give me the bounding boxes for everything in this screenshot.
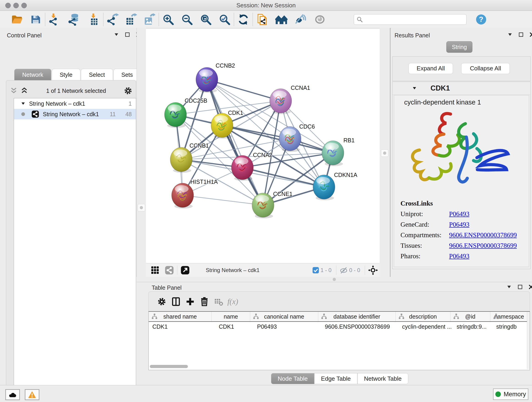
crosslink-tissues-link[interactable]: 9606.ENSP00000378699 xyxy=(449,242,517,249)
crosslink-genecard-link[interactable]: P06493 xyxy=(449,221,469,228)
refresh-view-button[interactable] xyxy=(237,13,250,26)
help-button[interactable] xyxy=(475,13,488,26)
export-image-button[interactable] xyxy=(143,13,156,26)
close-panel-icon[interactable] xyxy=(528,284,532,290)
show-columns-icon[interactable] xyxy=(169,295,183,308)
float-panel-icon[interactable] xyxy=(114,32,119,38)
column-header-shared-name[interactable]: shared name xyxy=(149,312,212,321)
collapse-all-networks-icon[interactable] xyxy=(9,86,18,95)
delete-column-icon[interactable] xyxy=(197,295,211,308)
save-session-button[interactable] xyxy=(29,13,42,26)
column-header-namespace[interactable]: namespace xyxy=(490,312,528,321)
expand-all-button[interactable]: Expand All xyxy=(409,63,453,74)
column-header-name[interactable]: name xyxy=(212,312,250,321)
warning-icon xyxy=(28,390,36,399)
float-panel-icon[interactable] xyxy=(507,32,513,38)
tab-select[interactable]: Select xyxy=(81,69,113,80)
crosslink-uniprot-link[interactable]: P06493 xyxy=(449,210,469,218)
memory-button[interactable]: Memory xyxy=(493,389,528,400)
cloud-status-button[interactable] xyxy=(5,389,20,400)
homology-networks-button[interactable] xyxy=(275,13,288,26)
delete-table-icon[interactable] xyxy=(211,295,226,308)
cell-shared-name[interactable]: CDK1 xyxy=(149,323,211,330)
detach-view-icon[interactable] xyxy=(181,266,190,275)
create-column-icon[interactable] xyxy=(183,295,197,308)
column-header-id[interactable]: @id xyxy=(450,312,490,321)
string-network-icon xyxy=(32,110,39,118)
zoom-selected-button[interactable] xyxy=(218,13,231,26)
network-canvas[interactable]: CCNB2CCNA1CDC25BCDK1CDC6RB1CCNB1CCNA2CDK… xyxy=(146,29,380,263)
warning-status-button[interactable] xyxy=(25,389,39,400)
graph-node-HIST1H1A[interactable]: HIST1H1A xyxy=(172,179,218,209)
hidden-counts: 0 - 0 xyxy=(349,267,360,274)
close-panel-icon[interactable] xyxy=(529,32,532,38)
import-network-database-button[interactable] xyxy=(68,13,81,26)
right-splitter[interactable] xyxy=(380,28,390,282)
hide-unhide-button[interactable] xyxy=(294,13,307,26)
collapse-all-button[interactable]: Collapse All xyxy=(461,63,510,74)
zoom-out-button[interactable] xyxy=(181,13,193,26)
toolbar-search-field[interactable] xyxy=(354,14,467,25)
maximize-panel-icon[interactable] xyxy=(517,284,523,290)
cell-description[interactable]: cyclin-dependent ... xyxy=(399,323,453,330)
cell-database-identifier[interactable]: 9606.ENSP00000378699 xyxy=(321,323,399,330)
horizontal-splitter-handle[interactable] xyxy=(333,278,336,281)
string-query-button[interactable] xyxy=(256,13,268,26)
selected-nodes-checkbox-icon[interactable] xyxy=(312,267,319,274)
network-collection-row[interactable]: String Network – cdk1 1 xyxy=(14,98,136,109)
cell-id[interactable]: stringdb:9... xyxy=(453,323,493,330)
birdseye-view-icon[interactable] xyxy=(151,266,160,275)
pan-crosshair-icon[interactable] xyxy=(368,265,378,275)
column-header-database-identifier[interactable]: database identifier xyxy=(318,312,396,321)
tab-node-table[interactable]: Node Table xyxy=(271,373,314,384)
table-row[interactable]: CDK1 CDK1 P06493 9606.ENSP00000378699 cy… xyxy=(149,322,530,332)
tab-edge-table[interactable]: Edge Table xyxy=(314,373,357,384)
cell-canonical-name[interactable]: P06493 xyxy=(253,323,321,330)
expand-all-networks-icon[interactable] xyxy=(20,86,29,95)
tab-string-results[interactable]: String xyxy=(446,41,472,53)
column-header-canonical-name[interactable]: canonical name xyxy=(250,312,318,321)
table-vertical-scrollbar[interactable] xyxy=(527,312,530,369)
export-network-button[interactable] xyxy=(106,13,119,26)
entry-collapse-caret-icon[interactable] xyxy=(412,85,417,91)
maximize-panel-icon[interactable] xyxy=(518,32,524,38)
hidden-nodes-eye-icon[interactable] xyxy=(340,266,348,274)
export-table-button[interactable] xyxy=(125,13,138,26)
table-options-gear-icon[interactable] xyxy=(155,295,169,308)
collection-expand-caret-icon[interactable] xyxy=(20,101,26,106)
crosslink-pharos-link[interactable]: P06493 xyxy=(449,252,469,260)
eye-toggle-button[interactable] xyxy=(313,13,326,26)
network-row[interactable]: String Network – cdk1 11 48 xyxy=(14,109,136,119)
network-options-gear-icon[interactable] xyxy=(123,86,133,96)
left-splitter-handle[interactable] xyxy=(138,204,145,211)
table-horizontal-scrollbar[interactable] xyxy=(150,365,526,369)
graph-node-CDK1[interactable]: CDK1 xyxy=(211,109,243,139)
zoom-fit-button[interactable] xyxy=(199,13,212,26)
horizontal-splitter[interactable] xyxy=(137,277,532,282)
open-session-button[interactable] xyxy=(11,13,23,26)
scrollbar-thumb[interactable] xyxy=(150,365,188,368)
crosslink-compartments-link[interactable]: 9606.ENSP00000378699 xyxy=(449,231,517,239)
column-header-description[interactable]: description xyxy=(396,312,450,321)
left-splitter[interactable] xyxy=(137,28,146,282)
import-network-file-button[interactable] xyxy=(48,13,61,26)
string-style-icon[interactable] xyxy=(165,266,174,275)
maximize-panel-icon[interactable] xyxy=(124,32,130,38)
graph-node-CCNB1[interactable]: CCNB1 xyxy=(170,142,209,173)
tab-network[interactable]: Network xyxy=(14,69,51,80)
table-header-row: shared name name canonical name database… xyxy=(149,312,530,322)
zoom-in-button[interactable] xyxy=(162,13,175,26)
cell-namespace[interactable]: stringdb xyxy=(493,323,530,330)
graph-node-CDKN1A[interactable]: CDKN1A xyxy=(313,172,357,200)
tab-style[interactable]: Style xyxy=(52,69,81,80)
graph-node-CCNB2[interactable]: CCNB2 xyxy=(196,62,235,93)
graph-node-CCNE1[interactable]: CCNE1 xyxy=(252,191,293,218)
cell-name[interactable]: CDK1 xyxy=(211,323,253,330)
right-splitter-handle[interactable] xyxy=(381,149,388,157)
import-table-file-button[interactable] xyxy=(88,13,100,26)
function-builder-button[interactable]: f(x) xyxy=(226,295,240,308)
tab-network-table[interactable]: Network Table xyxy=(357,373,408,384)
float-panel-icon[interactable] xyxy=(506,284,512,290)
search-input[interactable] xyxy=(363,16,456,23)
graph-node-RB1[interactable]: RB1 xyxy=(322,137,355,166)
